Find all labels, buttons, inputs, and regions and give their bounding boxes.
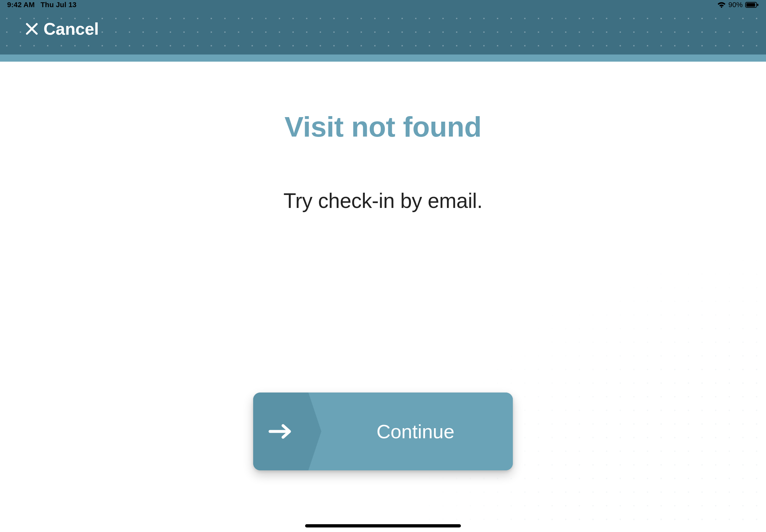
cancel-label: Cancel xyxy=(43,19,99,39)
continue-button[interactable]: Continue xyxy=(253,393,513,470)
status-battery-pct: 90% xyxy=(728,1,743,9)
nav-bar: Cancel xyxy=(0,10,766,54)
status-time: 9:42 AM xyxy=(7,1,35,9)
status-bar: 9:42 AM Thu Jul 13 90% xyxy=(0,0,766,10)
page-title: Visit not found xyxy=(0,110,766,143)
cancel-button[interactable]: Cancel xyxy=(25,19,99,39)
close-icon xyxy=(25,22,38,35)
accent-strip xyxy=(0,54,766,62)
decorative-dots xyxy=(409,240,766,532)
battery-icon xyxy=(745,2,759,8)
continue-label: Continue xyxy=(308,393,513,470)
wifi-icon xyxy=(717,2,726,8)
content-area: Visit not found Try check-in by email. xyxy=(0,110,766,213)
svg-rect-1 xyxy=(747,3,755,7)
page-subtitle: Try check-in by email. xyxy=(0,189,766,213)
continue-arrow-slot xyxy=(253,393,308,470)
svg-rect-2 xyxy=(757,4,759,6)
home-indicator[interactable] xyxy=(305,524,461,527)
arrow-right-icon xyxy=(268,423,293,440)
status-date: Thu Jul 13 xyxy=(41,1,77,9)
